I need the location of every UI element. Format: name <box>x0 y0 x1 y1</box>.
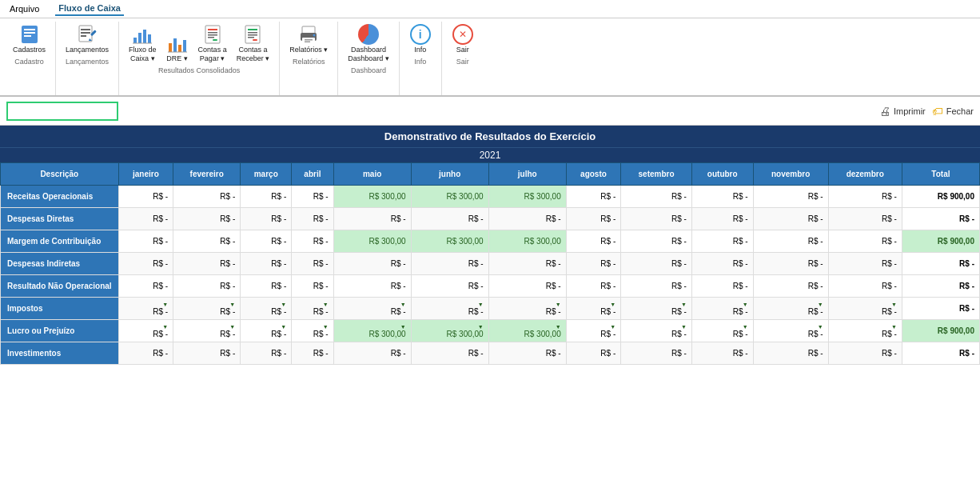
close-icon: 🏷 <box>932 105 943 118</box>
row-value: R$ - <box>411 253 488 275</box>
table-row: Receitas OperacionaisR$ -R$ -R$ -R$ -R$ … <box>1 186 980 208</box>
dashboard-label: DashboardDashboard ▾ <box>348 46 389 63</box>
fluxo-caixa-label: Fluxo deCaixa ▾ <box>129 46 157 63</box>
invoice-icon <box>201 23 224 46</box>
main-content: Demonstrativo de Resultados do Exercício… <box>0 126 980 504</box>
col-fev: fevereiro <box>173 163 241 186</box>
row-value: R$ - <box>566 275 621 298</box>
table-row: Despesas IndiretasR$ -R$ -R$ -R$ -R$ -R$… <box>1 253 980 275</box>
col-out: outubro <box>691 163 753 186</box>
menu-fluxo-caixa[interactable]: Fluxo de Caixa <box>55 2 124 16</box>
row-value: ▼R$ - <box>173 320 241 342</box>
row-value: ▼R$ - <box>691 320 753 342</box>
row-value: R$ - <box>118 342 173 365</box>
col-nov: novembro <box>753 163 828 186</box>
row-value: R$ - <box>292 275 333 298</box>
row-value: ▼R$ - <box>292 320 333 342</box>
row-value: R$ - <box>828 275 902 298</box>
row-desc: Despesas Diretas <box>1 208 119 230</box>
row-value: R$ - <box>691 186 753 208</box>
svg-rect-16 <box>173 38 177 52</box>
svg-rect-22 <box>208 32 217 34</box>
ribbon-group-sair: ✕ Sair Sair <box>442 22 484 95</box>
print-button[interactable]: 🖨 Imprimir <box>879 105 926 118</box>
col-jul: julho <box>488 163 566 186</box>
svg-rect-7 <box>81 35 86 37</box>
svg-rect-5 <box>81 29 90 30</box>
svg-rect-6 <box>81 32 90 34</box>
row-value: ▼R$ 300,00 <box>488 320 566 342</box>
row-value: R$ - <box>566 230 621 253</box>
toolbar-input[interactable] <box>6 102 118 121</box>
close-button[interactable]: 🏷 Fechar <box>932 105 974 118</box>
row-value: ▼R$ - <box>173 298 241 320</box>
sair-button[interactable]: ✕ Sair <box>448 22 477 56</box>
row-value: ▼R$ - <box>621 320 692 342</box>
relatorios-button[interactable]: Relatórios ▾ <box>286 22 331 56</box>
row-value: R$ - <box>753 208 828 230</box>
lancamentos-button[interactable]: Lançamentos <box>62 22 112 56</box>
row-value: R$ - <box>753 253 828 275</box>
close-label: Fechar <box>946 106 974 116</box>
svg-point-37 <box>313 34 316 37</box>
row-value: R$ - <box>241 230 292 253</box>
row-value: R$ - <box>488 253 566 275</box>
row-value: R$ - <box>292 186 333 208</box>
row-value: R$ - <box>828 230 902 253</box>
print-label: Imprimir <box>894 106 926 116</box>
row-desc: Receitas Operacionais <box>1 186 119 208</box>
toolbar-left <box>6 102 118 121</box>
row-value: R$ - <box>173 253 241 275</box>
row-value: R$ - <box>753 186 828 208</box>
table-row: Resultado Não OperacionalR$ -R$ -R$ -R$ … <box>1 275 980 298</box>
row-value: ▼R$ - <box>753 298 828 320</box>
row-total: R$ - <box>902 342 979 365</box>
relatorios-group-label: Relatórios <box>293 58 325 66</box>
row-value: R$ - <box>118 208 173 230</box>
dre-button[interactable]: DRE ▾ <box>163 30 192 65</box>
row-value: R$ - <box>292 342 333 365</box>
contas-receber-label: Contas aReceber ▾ <box>237 46 270 63</box>
toolbar-right: 🖨 Imprimir 🏷 Fechar <box>879 105 974 118</box>
table-row: Margem de ContribuiçãoR$ -R$ -R$ -R$ -R$… <box>1 230 980 253</box>
ribbon-group-relatorios: Relatórios ▾ Relatórios <box>280 22 338 95</box>
cadastros-button[interactable]: Cadastros <box>10 22 49 56</box>
row-value: R$ - <box>753 342 828 365</box>
contas-receber-button[interactable]: Contas aReceber ▾ <box>233 22 273 65</box>
row-value: R$ - <box>292 253 333 275</box>
row-value: R$ - <box>488 275 566 298</box>
row-value: R$ - <box>828 253 902 275</box>
row-value: R$ - <box>173 208 241 230</box>
row-value: R$ 300,00 <box>333 186 411 208</box>
edit-icon <box>76 23 98 46</box>
col-abr: abril <box>292 163 333 186</box>
row-value: R$ - <box>173 275 241 298</box>
row-value: R$ 300,00 <box>411 230 488 253</box>
row-desc: Impostos <box>1 298 119 320</box>
row-value: ▼R$ - <box>333 298 411 320</box>
ribbon-group-resultados: Fluxo deCaixa ▾ DRE ▾ Contas aPagar ▾ <box>119 22 280 95</box>
row-value: R$ - <box>828 342 902 365</box>
svg-rect-23 <box>208 34 217 36</box>
info-button[interactable]: i Info <box>406 22 435 56</box>
col-jan: janeiro <box>118 163 173 186</box>
row-value: R$ - <box>333 208 411 230</box>
dre-label: DRE ▾ <box>166 54 188 63</box>
menu-arquivo[interactable]: Arquivo <box>6 2 42 15</box>
row-total: R$ - <box>902 298 979 320</box>
row-value: R$ - <box>411 208 488 230</box>
row-value: R$ - <box>488 208 566 230</box>
col-desc: Descrição <box>1 163 119 186</box>
row-value: ▼R$ - <box>691 298 753 320</box>
svg-rect-2 <box>24 32 35 34</box>
ribbon-group-info: i Info Info <box>400 22 442 95</box>
row-value: R$ - <box>566 342 621 365</box>
row-value: R$ - <box>566 253 621 275</box>
contas-pagar-button[interactable]: Contas aPagar ▾ <box>195 22 230 65</box>
row-value: R$ 300,00 <box>488 230 566 253</box>
svg-rect-24 <box>208 37 214 38</box>
row-value: R$ - <box>691 253 753 275</box>
row-value: ▼R$ - <box>241 298 292 320</box>
dashboard-button[interactable]: DashboardDashboard ▾ <box>345 22 392 65</box>
fluxo-caixa-button[interactable]: Fluxo deCaixa ▾ <box>125 22 160 65</box>
